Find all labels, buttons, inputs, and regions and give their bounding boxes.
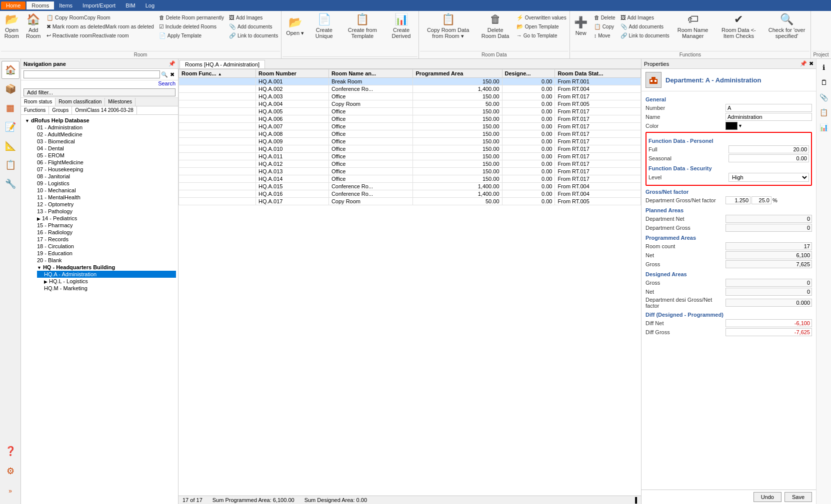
prog-net-input[interactable] [726,251,812,259]
apply-template-button[interactable]: 📄Apply Template [157,31,226,40]
mark-deleted-button[interactable]: ✖ Mark room as deletedMark room as delet… [44,22,156,31]
table-row[interactable]: HQ.A.002 Conference Ro... 1,400.00 0.00 … [179,85,641,93]
table-row[interactable]: HQ.A.016 Conference Ro... 1,400.00 0.00 … [179,190,641,198]
copy-room-button[interactable]: 📋 Copy RoomCopy Room [44,13,156,22]
tree-item-14[interactable]: ▶14 - Pediatrics [30,215,176,222]
right-icon-clip[interactable]: 📋 [818,106,830,119]
reactivate-button[interactable]: ↩ Reactivate roomReactivate room [44,31,156,40]
level-select[interactable]: High Medium Low [728,173,809,182]
search-link[interactable]: Search [21,80,178,87]
copy-function-button[interactable]: 📋Copy [592,22,618,31]
new-button[interactable]: ➕ New [571,12,591,40]
tree-item-11[interactable]: 11 - MentalHealth [30,194,176,201]
check-over-specified-button[interactable]: 🔍 Check for 'over specified' [764,12,810,40]
tab-log[interactable]: Log [140,1,160,9]
add-docs-func-button[interactable]: 📎Add documents [618,22,672,31]
open-room-button[interactable]: 📂 Open Room [1,12,22,40]
col-number[interactable]: Room Number [256,69,329,78]
table-row[interactable]: HQ.A.013 Office 150.00 0.00 From RT.017 [179,168,641,175]
prop-pin-icon[interactable]: 📌 [800,60,807,67]
scroll-indicator[interactable]: ▐ [633,497,637,503]
search-input[interactable] [24,70,160,78]
left-icon-settings[interactable]: ⚙ [2,462,20,480]
home-tab[interactable]: Home [1,1,26,9]
tree-item-08[interactable]: 08 - Janitorial [30,173,176,180]
tab-items[interactable]: Items [54,1,78,9]
tree-item-12[interactable]: 12 - Optometry [30,201,176,208]
table-row[interactable]: HQ.A.006 Office 150.00 0.00 From RT.017 [179,115,641,123]
tab-room-classification[interactable]: Room classification [56,98,105,106]
tree-item-06[interactable]: 06 - FlightMedicine [30,159,176,166]
tree-item-hq-m[interactable]: HQ.M - Marketing [37,285,176,292]
seasonal-input[interactable] [728,154,809,162]
col-func[interactable]: Room Func... ▲ [179,69,256,78]
right-icon-attach[interactable]: 📎 [818,91,830,104]
create-unique-button[interactable]: 📄 Create Unique [308,12,340,40]
tree-item-16[interactable]: 16 - Radiology [30,229,176,236]
tree-item-18[interactable]: 18 - Circulation [30,243,176,250]
tree-item-04[interactable]: 04 - Dental [30,145,176,152]
add-filter-button[interactable]: Add filter... [24,88,176,96]
col-prog-area[interactable]: Programmed Area [413,69,502,78]
dept-net-input[interactable] [726,215,812,223]
add-room-button[interactable]: 🏠 Add Room [24,12,44,40]
table-row[interactable]: HQ.A.012 Office 150.00 0.00 From RT.017 [179,160,641,168]
tree-item-09[interactable]: 09 - Logistics [30,180,176,187]
tree-item-10[interactable]: 10 - Mechanical [30,187,176,194]
link-docs-func-button[interactable]: 🔗Link to documents [618,31,672,40]
tab-room-status[interactable]: Room status [21,98,56,106]
add-images-button[interactable]: 🖼Add Images [227,13,280,22]
create-derived-button[interactable]: 📊 Create Derived [385,12,417,40]
tree-item-13[interactable]: 13 - Pathology [30,208,176,215]
add-images-func-button[interactable]: 🖼Add Images [618,13,672,22]
tree-item-05[interactable]: 05 - EROM [30,152,176,159]
go-to-template-button[interactable]: →Go to Template [514,31,568,40]
right-icon-info[interactable]: ℹ [818,61,830,74]
tree-item-15[interactable]: 15 - Pharmacy [30,222,176,229]
tab-rooms[interactable]: Rooms [26,1,54,9]
left-icon-help[interactable]: ❓ [2,442,20,460]
table-row[interactable]: HQ.A.015 Conference Ro... 1,400.00 0.00 … [179,183,641,190]
des-factor-input[interactable] [726,299,812,307]
delete-room-data-button[interactable]: 🗑 Delete Room Data [477,12,513,40]
tab-functions[interactable]: Functions [21,106,49,114]
tree-item-07[interactable]: 07 - Housekeeping [30,166,176,173]
left-icon-grid[interactable]: ▦ [2,99,20,117]
left-icon-tool[interactable]: 🔧 [2,175,20,193]
des-net-input[interactable] [726,288,812,296]
full-input[interactable] [728,145,809,153]
right-icon-chart[interactable]: 📊 [818,121,830,134]
tree-item-20[interactable]: 20 - Blank [30,257,176,264]
color-dropdown-arrow[interactable]: ▼ [738,123,742,128]
clear-search-icon[interactable]: ✖ [170,71,174,78]
add-documents-button[interactable]: 📎Add documents [227,22,280,31]
table-row[interactable]: HQ.A.003 Office 150.00 0.00 From RT.017 [179,93,641,100]
copy-room-data-button[interactable]: 📋 Copy Room Data from Room ▾ [420,12,476,40]
gross-net-input1[interactable] [726,196,750,204]
undo-button[interactable]: Undo [754,492,782,502]
left-icon-ruler[interactable]: 📐 [2,137,20,155]
col-designed[interactable]: Designe... [502,69,555,78]
left-icon-doc[interactable]: 📝 [2,118,20,136]
gross-net-input2[interactable] [752,196,772,204]
tree-item-hq[interactable]: ▼HQ - Headquarters Building [30,264,176,271]
tab-omniclass[interactable]: OmniClass 14 2006-03-28 [72,106,137,114]
open-template-button[interactable]: 📂Open Template [514,22,568,31]
tree-item-01[interactable]: 01 - Administration [30,124,176,131]
move-function-button[interactable]: ↕Move [592,31,618,40]
table-row[interactable]: HQ.A.004 Copy Room 50.00 0.00 From RT.00… [179,100,641,108]
table-row[interactable]: HQ.A.005 Office 150.00 0.00 From RT.017 [179,108,641,115]
tab-bim[interactable]: BIM [120,1,140,9]
tree-item-03[interactable]: 03 - Biomedical [30,138,176,145]
name-input[interactable] [726,113,812,121]
right-icon-note[interactable]: 🗒 [818,76,830,89]
tab-groups[interactable]: Groups [49,106,72,114]
sidebar-pin-icon[interactable]: 📌 [168,60,176,67]
search-icon[interactable]: 🔍 [161,71,168,78]
left-icon-home[interactable]: 🏠 [2,61,20,79]
tree-item-hq-l[interactable]: ▶HQ.L - Logistics [37,278,176,285]
diff-net-input[interactable] [726,319,812,327]
diff-gross-input[interactable] [726,328,812,336]
prop-close-icon[interactable]: ✖ [809,60,814,67]
save-button[interactable]: Save [784,492,812,502]
